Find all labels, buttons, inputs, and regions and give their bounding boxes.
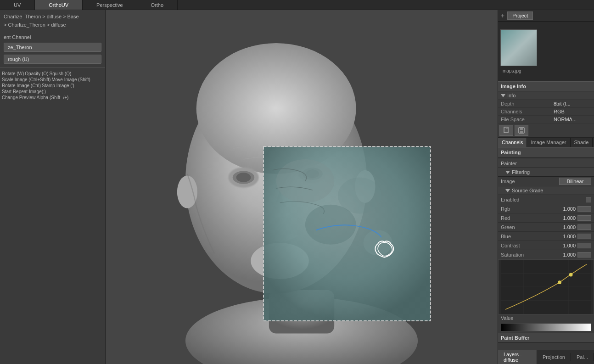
table-row: Channels RGB: [498, 108, 594, 116]
depth-label: Depth: [498, 100, 551, 108]
painter-section: Painter Filtering Image Bilinear Source …: [498, 157, 594, 345]
filespace-label: File Space: [498, 116, 551, 123]
painter-label: Painter: [501, 161, 517, 166]
blue-label: Blue: [501, 234, 557, 239]
saturation-label: Saturation: [501, 252, 557, 258]
through-button[interactable]: rough (U): [4, 55, 101, 64]
stamp-image-tool[interactable]: Stamp Image ('): [42, 83, 74, 88]
tab-channels[interactable]: Channels: [498, 138, 527, 147]
rgb-row: Rgb 1.000: [498, 204, 594, 213]
contrast-slider[interactable]: [577, 243, 591, 248]
source-grade-label: Source Grade: [512, 188, 543, 193]
svg-rect-20: [504, 127, 508, 133]
green-slider[interactable]: [577, 224, 591, 230]
info-label: Info: [507, 93, 516, 98]
color-gradient-bar: [501, 323, 591, 331]
tab-layers-diffuse[interactable]: Layers - diffuse: [498, 350, 537, 364]
image-filter-row: Image Bilinear: [498, 177, 594, 186]
svg-rect-22: [520, 128, 523, 130]
center-viewport[interactable]: [106, 10, 498, 364]
viewport-tabs: UV OrthoUV Perspective Ortho: [0, 0, 594, 10]
value-label: Value: [501, 315, 591, 321]
green-label: Green: [501, 224, 557, 230]
tab-uv[interactable]: UV: [0, 0, 35, 10]
tab-pai[interactable]: Pai...: [571, 353, 594, 361]
tab-shade[interactable]: Shade: [571, 138, 593, 147]
toolbar: Rotate (W) Opacity (O) Squish (Q) Scale …: [0, 69, 105, 102]
info-subsection: Info: [498, 91, 594, 100]
tab-projection[interactable]: Projection: [537, 353, 571, 361]
right-top-bar: + Project: [498, 10, 594, 22]
save-file-button[interactable]: [515, 125, 528, 136]
scale-image-tool[interactable]: Scale Image (Ctrl+Shift): [2, 77, 50, 82]
icon-button-row: [498, 123, 594, 138]
value-label-row: Value: [498, 314, 594, 322]
move-image-tool[interactable]: Move Image (Shift): [51, 77, 90, 82]
saturation-slider[interactable]: [577, 252, 591, 258]
contrast-value: 1.000: [557, 243, 576, 248]
viewport-3d: [106, 10, 498, 364]
source-grade-subsection: Source Grade: [498, 186, 594, 195]
table-row: File Space NORMA...: [498, 116, 594, 123]
enabled-checkbox[interactable]: [586, 197, 591, 202]
painter-subsection: Painter: [498, 159, 594, 168]
channels-value: RGB: [551, 108, 594, 116]
project-tab[interactable]: Project: [507, 11, 533, 20]
image-filter-dropdown[interactable]: Bilinear: [559, 178, 591, 185]
rgb-label: Rgb: [501, 206, 557, 212]
enabled-label: Enabled: [501, 197, 586, 202]
right-panel: + Project maps.jpg Image Info Info Depth…: [498, 10, 594, 364]
image-filename: maps.jpg: [503, 68, 521, 73]
source-grade-collapse-icon: [505, 189, 510, 192]
start-repeat-tool[interactable]: Start Repeat Image(;): [2, 89, 46, 94]
svg-point-10: [236, 173, 251, 182]
left-panel: Charlize_Theron > diffuse > Base > Charl…: [0, 10, 106, 364]
tab-ortho[interactable]: Ortho: [137, 0, 178, 10]
blue-row: Blue 1.000: [498, 232, 594, 241]
enabled-row: Enabled: [498, 195, 594, 204]
tab-perspective[interactable]: Perspective: [83, 0, 137, 10]
paint-buffer-header: Paint Buffer: [498, 333, 594, 343]
new-file-button[interactable]: [499, 125, 513, 136]
channel-label: ent Channel: [0, 33, 105, 41]
collapse-icon: [501, 94, 505, 97]
green-value: 1.000: [557, 224, 576, 230]
rotate-image-tool[interactable]: Rotate Image (Ctrl): [2, 83, 41, 88]
blue-slider[interactable]: [577, 234, 591, 239]
opacity-tool[interactable]: Opacity (O): [25, 71, 48, 76]
add-button[interactable]: +: [501, 12, 504, 19]
blue-value: 1.000: [557, 234, 576, 239]
saturation-row: Saturation 1.000: [498, 250, 594, 259]
red-row: Red 1.000: [498, 213, 594, 223]
object-button[interactable]: ze_Theron: [4, 43, 101, 52]
curve-graph[interactable]: [498, 259, 594, 314]
image-filter-label: Image: [501, 179, 559, 184]
painting-header: Painting: [498, 147, 594, 157]
red-value: 1.000: [557, 215, 576, 221]
breadcrumb-2: > Charlize_Theron > diffuse: [0, 21, 105, 29]
filtering-subsection: Filtering: [498, 168, 594, 177]
filtering-label: Filtering: [512, 169, 530, 175]
saturation-value: 1.000: [557, 252, 576, 258]
squish-tool[interactable]: Squish (Q): [49, 71, 71, 76]
svg-point-32: [569, 273, 573, 277]
painting-section: Painting Painter Filtering Image Bilinea…: [498, 147, 594, 350]
svg-point-5: [177, 176, 197, 208]
table-row: Depth 8bit (I...: [498, 100, 594, 108]
red-slider[interactable]: [577, 215, 591, 221]
bottom-tabs: Layers - diffuse Projection Pai...: [498, 350, 594, 364]
rotate-tool[interactable]: Rotate (W): [2, 71, 24, 76]
separator: [0, 31, 105, 31]
svg-rect-23: [520, 131, 523, 133]
contrast-label: Contrast: [501, 243, 557, 248]
thumbnail-preview: [501, 30, 537, 66]
change-preview-alpha-tool[interactable]: Change Preview Alpha (Shift -/+): [2, 95, 68, 100]
tab-orthouv[interactable]: OrthoUV: [35, 0, 83, 10]
image-info-header: Image Info: [498, 81, 594, 91]
tab-image-manager[interactable]: Image Manager: [527, 138, 570, 147]
contrast-row: Contrast 1.000: [498, 241, 594, 250]
filtering-collapse-icon: [505, 171, 510, 174]
rgb-slider[interactable]: [577, 206, 591, 212]
image-thumbnail: [500, 29, 537, 66]
depth-value: 8bit (I...: [551, 100, 594, 108]
